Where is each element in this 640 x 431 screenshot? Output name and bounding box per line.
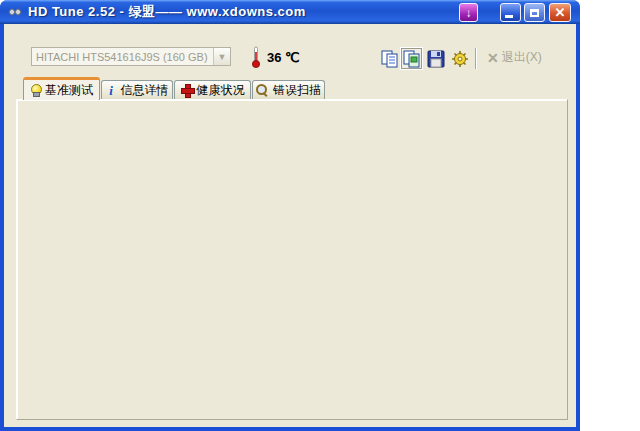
window-title: HD Tune 2.52 - 绿盟—— www.xdowns.com	[28, 3, 306, 21]
minimize-button[interactable]	[500, 3, 521, 22]
maximize-button[interactable]	[524, 3, 545, 22]
copy-button[interactable]	[378, 47, 401, 70]
tab-label: 错误扫描	[273, 82, 321, 99]
copy-screenshot-icon	[402, 49, 422, 69]
tab-4[interactable]: 错误扫描	[252, 80, 325, 99]
exit-x-icon: ✕	[487, 50, 499, 66]
bulb-icon	[30, 84, 41, 97]
tab-3[interactable]: 健康状况	[174, 80, 251, 99]
close-button[interactable]: ✕	[549, 3, 571, 22]
tab-label: 基准测试	[45, 82, 93, 99]
copy-screenshot-button[interactable]	[400, 47, 423, 70]
chevron-down-icon[interactable]: ▼	[213, 48, 230, 65]
titlebar[interactable]: HD Tune 2.52 - 绿盟—— www.xdowns.com ↓ ✕	[0, 0, 580, 24]
close-icon: ✕	[555, 6, 566, 19]
download-arrow-icon: ↓	[466, 7, 472, 19]
toolbar-separator	[475, 48, 477, 69]
tab-label: 信息详情	[121, 82, 169, 99]
tab-2[interactable]: i信息详情	[101, 80, 173, 99]
info-icon: i	[106, 84, 117, 97]
health-cross-icon	[181, 84, 193, 96]
exit-label: 退出(X)	[502, 49, 542, 66]
app-icon	[7, 4, 23, 20]
options-icon	[450, 49, 470, 69]
copy-icon	[380, 49, 400, 69]
temperature-value: 36 ℃	[267, 50, 300, 65]
hd-tune-window: HD Tune 2.52 - 绿盟—— www.xdowns.com ↓ ✕ H…	[0, 0, 580, 431]
options-button[interactable]	[448, 47, 471, 70]
save-icon	[426, 49, 446, 69]
download-button[interactable]: ↓	[459, 3, 478, 22]
benchmark-tab-page	[16, 99, 568, 420]
scan-magnifier-icon	[256, 84, 269, 97]
drive-select-value: HITACHI HTS541616J9S (160 GB)	[32, 51, 213, 63]
drive-select[interactable]: HITACHI HTS541616J9S (160 GB) ▼	[31, 47, 231, 66]
save-button[interactable]	[424, 47, 447, 70]
thermometer-icon	[251, 46, 261, 68]
tab-1[interactable]: 基准测试	[23, 77, 100, 100]
maximize-icon	[530, 9, 539, 17]
exit-button[interactable]: ✕ 退出(X)	[487, 49, 542, 66]
minimize-icon	[505, 15, 513, 18]
tab-label: 健康状况	[197, 82, 245, 99]
screenshot-canvas: HD Tune 2.52 - 绿盟—— www.xdowns.com ↓ ✕ H…	[0, 0, 640, 431]
